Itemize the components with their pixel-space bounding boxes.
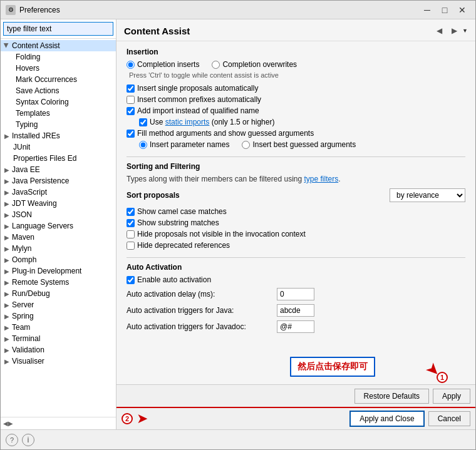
search-box bbox=[1, 19, 116, 39]
arrow-to-apply-close-icon: ➤ bbox=[137, 411, 148, 427]
tree-item-java-ee[interactable]: ▶ Java EE bbox=[1, 164, 116, 175]
filter-text: Types along with their members can be fi… bbox=[127, 175, 341, 183]
scroll-left-icon[interactable]: ◀ bbox=[3, 420, 8, 427]
completion-radio-group: Completion inserts Completion overwrites bbox=[127, 60, 465, 69]
arrow-icon: ▶ bbox=[3, 188, 11, 196]
insert-param-names-radio[interactable] bbox=[139, 141, 147, 149]
restore-defaults-button[interactable]: Restore Defaults bbox=[354, 389, 429, 404]
tree-item-oomph[interactable]: ▶ Oomph bbox=[1, 254, 116, 265]
tree-item-validation[interactable]: ▶ Validation bbox=[1, 344, 116, 355]
camel-case-checkbox[interactable] bbox=[127, 208, 135, 216]
fill-method-args-checkbox[interactable] bbox=[127, 130, 135, 138]
delay-label: Auto activation delay (ms): bbox=[127, 290, 277, 299]
nav-forward-button[interactable]: ▶ bbox=[447, 24, 461, 37]
sidebar-bottom: ◀ ▶ bbox=[1, 417, 116, 429]
arrow-icon: ▶ bbox=[3, 233, 11, 241]
arrow-icon: ▶ bbox=[3, 357, 11, 365]
auto-activation-title: Auto Activation bbox=[127, 263, 465, 272]
apply-and-close-button[interactable]: Apply and Close bbox=[349, 411, 424, 427]
close-button[interactable]: ✕ bbox=[454, 3, 470, 17]
tree-item-json[interactable]: ▶ JSON bbox=[1, 209, 116, 220]
type-filters-link[interactable]: type filters bbox=[304, 175, 338, 183]
maximize-button[interactable]: □ bbox=[437, 3, 453, 17]
add-import-label: Add import instead of qualified name bbox=[137, 106, 259, 115]
arrow-icon: ▶ bbox=[3, 290, 11, 297]
tree-item-server[interactable]: ▶ Server bbox=[1, 299, 116, 310]
arrow-icon: ▶ bbox=[3, 211, 11, 218]
tree-child-mark-occurrences[interactable]: Mark Occurrences bbox=[13, 74, 116, 85]
tree-child-hovers[interactable]: Hovers bbox=[13, 63, 116, 74]
tree-child-properties[interactable]: Properties Files Ed bbox=[1, 153, 116, 164]
tree-item-visualiser[interactable]: ▶ Visualiser bbox=[1, 355, 116, 367]
check-common-prefixes: Insert common prefixes automatically bbox=[127, 95, 465, 104]
main-panel: Content Assist ◀ ▶ ▼ Insertion Completio… bbox=[116, 19, 475, 429]
tree-item-spring[interactable]: ▶ Spring bbox=[1, 310, 116, 322]
tree-child-folding[interactable]: Folding bbox=[13, 51, 116, 63]
check-static-imports: Use static imports (only 1.5 or higher) bbox=[139, 118, 465, 126]
tree-item-team[interactable]: ▶ Team bbox=[1, 322, 116, 333]
substring-checkbox[interactable] bbox=[127, 219, 135, 227]
delay-input[interactable] bbox=[277, 288, 314, 300]
javadoc-triggers-label: Auto activation triggers for Javadoc: bbox=[127, 322, 277, 331]
enable-auto-activation-checkbox[interactable] bbox=[127, 276, 135, 284]
check-camel-case: Show camel case matches bbox=[127, 207, 465, 216]
sort-proposals-select[interactable]: by relevance alphabetically bbox=[390, 188, 465, 202]
arrow-icon: ▶ bbox=[3, 346, 11, 354]
radio-completion-inserts: Completion inserts bbox=[127, 60, 199, 69]
completion-inserts-radio[interactable] bbox=[127, 61, 135, 69]
parameter-radio-group: Insert parameter names Insert best guess… bbox=[139, 140, 465, 149]
minimize-button[interactable]: ─ bbox=[419, 3, 435, 17]
add-import-checkbox[interactable] bbox=[127, 107, 135, 115]
tree-item-language-servers[interactable]: ▶ Language Servers bbox=[1, 220, 116, 232]
nav-dropdown-icon[interactable]: ▼ bbox=[462, 28, 468, 34]
tree-child-junit[interactable]: JUnit bbox=[1, 141, 116, 153]
scroll-right-icon[interactable]: ▶ bbox=[8, 420, 13, 427]
hide-deprecated-checkbox[interactable] bbox=[127, 242, 135, 250]
window-icon: ⚙ bbox=[6, 5, 16, 15]
search-input[interactable] bbox=[3, 22, 113, 36]
delay-row: Auto activation delay (ms): bbox=[127, 288, 465, 300]
static-imports-checkbox[interactable] bbox=[139, 118, 147, 126]
static-imports-link[interactable]: static imports bbox=[165, 118, 210, 126]
completion-overwrites-radio[interactable] bbox=[212, 61, 220, 69]
tree-item-remote-systems[interactable]: ▶ Remote Systems bbox=[1, 277, 116, 288]
single-proposals-checkbox[interactable] bbox=[127, 84, 135, 93]
tree-item-mylyn[interactable]: ▶ Mylyn bbox=[1, 243, 116, 254]
cancel-button[interactable]: Cancel bbox=[428, 411, 470, 426]
insert-best-guessed-radio[interactable] bbox=[242, 141, 250, 149]
hide-not-visible-checkbox[interactable] bbox=[127, 230, 135, 238]
nav-back-button[interactable]: ◀ bbox=[432, 24, 446, 37]
tree-item-run-debug[interactable]: ▶ Run/Debug bbox=[1, 288, 116, 299]
tree-child-syntax-coloring[interactable]: Syntax Coloring bbox=[13, 96, 116, 108]
help-icon[interactable]: ? bbox=[6, 434, 18, 446]
tree-child-typing[interactable]: Typing bbox=[13, 119, 116, 130]
tree-child-templates[interactable]: Templates bbox=[13, 108, 116, 119]
completion-hint: Press 'Ctrl' to toggle while content ass… bbox=[129, 71, 465, 79]
tree-item-content-assist[interactable]: ▶ Content Assist bbox=[1, 40, 116, 51]
insertion-title: Insertion bbox=[127, 48, 465, 56]
tree-item-java-persistence[interactable]: ▶ Java Persistence bbox=[1, 175, 116, 187]
panel-content: Insertion Completion inserts Completion … bbox=[116, 41, 475, 384]
tree-item-javascript[interactable]: ▶ JavaScript bbox=[1, 187, 116, 198]
tree-child-save-actions[interactable]: Save Actions bbox=[13, 85, 116, 96]
apply-button[interactable]: Apply bbox=[433, 389, 470, 404]
tree-area: ▶ Content Assist Folding Hovers Mark Occ… bbox=[1, 39, 116, 417]
java-triggers-input[interactable] bbox=[277, 304, 314, 317]
arrow-icon: ▶ bbox=[3, 312, 11, 320]
auto-activation-section: Auto Activation Enable auto activation A… bbox=[127, 257, 465, 333]
javadoc-triggers-input[interactable] bbox=[277, 320, 314, 333]
tree-item-plugin-dev[interactable]: ▶ Plug-in Development bbox=[1, 265, 116, 277]
sorting-title: Sorting and Filtering bbox=[127, 162, 465, 171]
arrow-icon: ▶ bbox=[3, 200, 11, 207]
arrow-icon: ▶ bbox=[3, 335, 11, 342]
panel-title: Content Assist bbox=[124, 26, 190, 36]
tree-item-terminal[interactable]: ▶ Terminal bbox=[1, 333, 116, 344]
badge-1: 1 bbox=[437, 372, 448, 383]
fill-method-args-label: Fill method arguments and show guessed a… bbox=[137, 129, 314, 138]
info-icon[interactable]: i bbox=[22, 434, 34, 446]
check-hide-deprecated: Hide deprecated references bbox=[127, 241, 465, 250]
tree-item-maven[interactable]: ▶ Maven bbox=[1, 232, 116, 243]
common-prefixes-checkbox[interactable] bbox=[127, 96, 135, 104]
tree-item-installed-jres[interactable]: ▶ Installed JREs bbox=[1, 130, 116, 141]
tree-item-jdt-weaving[interactable]: ▶ JDT Weaving bbox=[1, 198, 116, 209]
